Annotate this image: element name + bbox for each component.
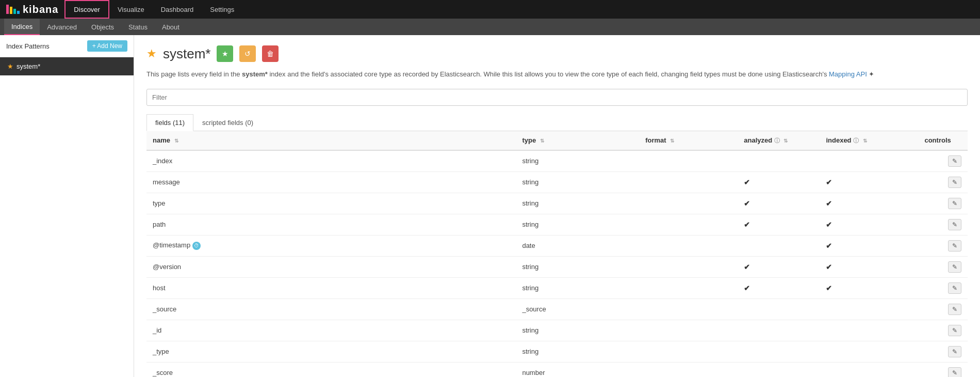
clock-icon: ⏱ xyxy=(192,242,201,250)
field-type: number xyxy=(516,362,639,377)
field-analyzed xyxy=(738,341,820,362)
format-sort-icon[interactable]: ⇅ xyxy=(670,138,674,144)
refresh-button[interactable]: ↺ xyxy=(239,45,256,62)
set-default-button[interactable]: ★ xyxy=(217,45,233,62)
star-icon: ★ xyxy=(7,62,13,70)
edit-field-button[interactable]: ✎ xyxy=(948,261,961,273)
field-format xyxy=(639,150,738,172)
filter-input[interactable] xyxy=(146,89,968,106)
field-analyzed: ✔ xyxy=(738,214,820,235)
analyzed-check: ✔ xyxy=(744,263,750,271)
field-name: _source xyxy=(146,299,516,320)
edit-field-button[interactable]: ✎ xyxy=(948,155,961,167)
kibana-logo-bars xyxy=(6,5,20,14)
field-type: string xyxy=(516,256,639,277)
subnav-about[interactable]: About xyxy=(155,19,187,35)
field-analyzed xyxy=(738,320,820,341)
field-indexed: ✔ xyxy=(820,277,918,299)
nav-dashboard[interactable]: Dashboard xyxy=(153,0,202,19)
table-row: pathstring✔✔✎ xyxy=(146,214,968,235)
field-name: _index xyxy=(146,150,516,172)
edit-field-button[interactable]: ✎ xyxy=(948,325,961,336)
field-name: message xyxy=(146,171,516,193)
nav-settings[interactable]: Settings xyxy=(202,0,242,19)
edit-field-button[interactable]: ✎ xyxy=(948,198,961,209)
table-row: _source_source✎ xyxy=(146,299,968,320)
nav-discover[interactable]: Discover xyxy=(64,0,109,19)
indexed-check: ✔ xyxy=(826,178,832,186)
nav-visualize[interactable]: Visualize xyxy=(109,0,153,19)
indexed-info-icon[interactable]: ⓘ xyxy=(853,137,859,144)
tab-fields[interactable]: fields (11) xyxy=(146,114,193,131)
field-controls: ✎ xyxy=(918,235,968,256)
field-type: string xyxy=(516,193,639,214)
table-row: hoststring✔✔✎ xyxy=(146,277,968,299)
sidebar-title: Index Patterns xyxy=(6,42,50,50)
type-sort-icon[interactable]: ⇅ xyxy=(540,138,544,144)
edit-field-button[interactable]: ✎ xyxy=(948,177,961,188)
edit-field-button[interactable]: ✎ xyxy=(948,282,961,294)
edit-field-button[interactable]: ✎ xyxy=(948,219,961,230)
name-sort-icon[interactable]: ⇅ xyxy=(174,138,178,144)
field-format xyxy=(639,193,738,214)
field-format xyxy=(639,214,738,235)
indexed-check: ✔ xyxy=(826,199,832,208)
subnav-status[interactable]: Status xyxy=(121,19,155,35)
mapping-api-link[interactable]: Mapping API xyxy=(829,70,867,78)
field-indexed xyxy=(820,362,918,377)
indexed-check: ✔ xyxy=(826,284,832,292)
field-controls: ✎ xyxy=(918,299,968,320)
description-text: This page lists every field in the xyxy=(146,70,242,78)
field-name: _score xyxy=(146,362,516,377)
field-indexed: ✔ xyxy=(820,214,918,235)
field-format xyxy=(639,256,738,277)
field-name: path xyxy=(146,214,516,235)
field-type: string xyxy=(516,171,639,193)
field-name: _id xyxy=(146,320,516,341)
th-indexed: indexed ⓘ ⇅ xyxy=(820,131,918,150)
field-indexed: ✔ xyxy=(820,193,918,214)
add-new-button[interactable]: + Add New xyxy=(87,40,127,52)
field-analyzed: ✔ xyxy=(738,256,820,277)
field-indexed xyxy=(820,341,918,362)
field-name: type xyxy=(146,193,516,214)
tab-scripted-fields[interactable]: scripted fields (0) xyxy=(193,114,262,131)
indexed-sort-icon[interactable]: ⇅ xyxy=(863,138,867,144)
table-row: _idstring✎ xyxy=(146,320,968,341)
field-controls: ✎ xyxy=(918,150,968,172)
field-controls: ✎ xyxy=(918,320,968,341)
index-star-icon: ★ xyxy=(146,47,157,60)
th-analyzed: analyzed ⓘ ⇅ xyxy=(738,131,820,150)
indexed-check: ✔ xyxy=(826,221,832,229)
field-analyzed: ✔ xyxy=(738,193,820,214)
edit-field-button[interactable]: ✎ xyxy=(948,240,961,252)
analyzed-check: ✔ xyxy=(744,199,750,208)
link-icon: ✦ xyxy=(869,70,874,78)
field-type: string xyxy=(516,277,639,299)
field-type: date xyxy=(516,235,639,256)
field-type: string xyxy=(516,341,639,362)
field-analyzed xyxy=(738,362,820,377)
delete-button[interactable]: 🗑 xyxy=(262,45,279,62)
index-name: system* xyxy=(163,46,210,62)
main-content: ★ system* ★ ↺ 🗑 This page lists every fi… xyxy=(134,35,980,377)
edit-field-button[interactable]: ✎ xyxy=(948,367,961,378)
field-controls: ✎ xyxy=(918,277,968,299)
subnav-advanced[interactable]: Advanced xyxy=(40,19,84,35)
subnav-objects[interactable]: Objects xyxy=(84,19,121,35)
field-name: _type xyxy=(146,341,516,362)
sidebar-item-system[interactable]: ★ system* xyxy=(0,57,134,75)
field-indexed xyxy=(820,299,918,320)
edit-field-button[interactable]: ✎ xyxy=(948,304,961,315)
table-row: _scorenumber✎ xyxy=(146,362,968,377)
analyzed-check: ✔ xyxy=(744,284,750,292)
field-indexed: ✔ xyxy=(820,235,918,256)
kibana-logo-text: kibana xyxy=(23,4,58,15)
indexed-check: ✔ xyxy=(826,242,832,250)
edit-field-button[interactable]: ✎ xyxy=(948,346,961,357)
main-layout: Index Patterns + Add New ★ system* ★ sys… xyxy=(0,35,980,377)
analyzed-info-icon[interactable]: ⓘ xyxy=(774,137,780,144)
analyzed-sort-icon[interactable]: ⇅ xyxy=(783,138,788,144)
th-type: type ⇅ xyxy=(516,131,639,150)
subnav-indices[interactable]: Indices xyxy=(4,19,40,35)
